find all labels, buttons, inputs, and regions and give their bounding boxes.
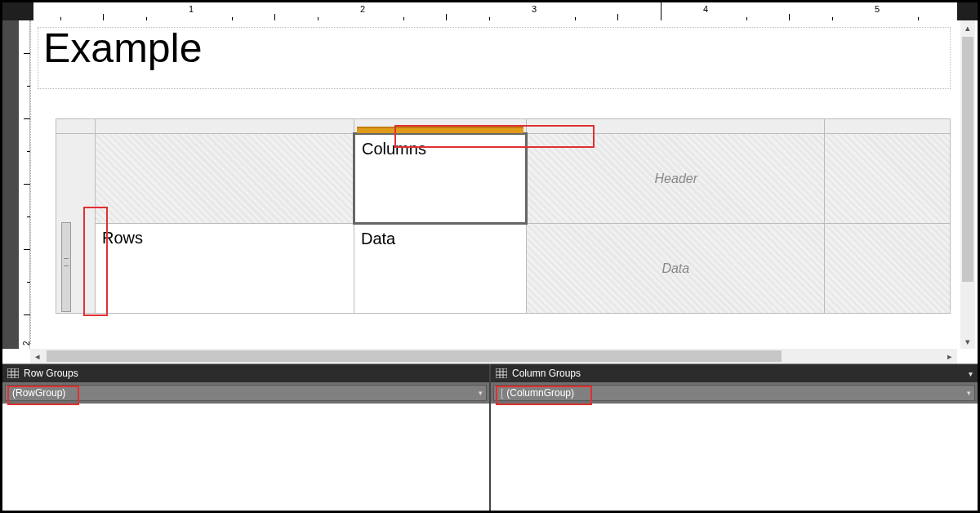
row-group-item[interactable]: (RowGroup) ▾ <box>5 385 487 401</box>
chevron-down-icon[interactable]: ▾ <box>479 389 483 397</box>
left-gutter <box>2 20 19 349</box>
tablix-row-group-cell[interactable]: Rows <box>96 224 354 314</box>
ruler-number: 5 <box>875 4 880 14</box>
ruler-vertical[interactable]: 2 <box>19 20 30 349</box>
grid-icon <box>496 368 507 378</box>
scroll-right-arrow-icon[interactable]: ▸ <box>942 349 957 364</box>
row-groups-body[interactable] <box>2 404 489 511</box>
tablix-col-handle[interactable] <box>825 119 951 134</box>
scroll-up-arrow-icon[interactable]: ▴ <box>960 20 975 35</box>
chevron-down-icon[interactable]: ▾ <box>969 369 973 378</box>
ruler-tick <box>103 14 104 20</box>
columns-label: Columns <box>362 140 426 158</box>
row-group-handle[interactable] <box>61 222 71 312</box>
rows-label: Rows <box>102 229 143 247</box>
report-title-text: Example <box>43 28 950 69</box>
ruler-number: 1 <box>189 4 194 14</box>
app-frame: 1 2 3 4 5 <box>0 0 980 513</box>
tablix-col-handle[interactable] <box>96 119 354 134</box>
column-group-item[interactable]: [ (ColumnGroup) ▾ <box>493 385 975 401</box>
tablix-data-cell[interactable]: Data <box>354 224 526 314</box>
tablix-matrix[interactable]: Columns Header Rows Data Data <box>56 118 951 331</box>
tablix-header-extra[interactable] <box>825 134 951 224</box>
column-groups-header[interactable]: Column Groups ▾ <box>491 364 978 382</box>
column-group-indicator <box>357 127 523 133</box>
column-groups-body[interactable] <box>491 404 978 511</box>
design-canvas[interactable]: Example <box>30 20 957 344</box>
ruler-horizontal[interactable]: 1 2 3 4 5 <box>33 2 957 20</box>
ruler-horizontal-backdrop: 1 2 3 4 5 <box>2 2 978 20</box>
scroll-left-arrow-icon[interactable]: ◂ <box>30 349 45 364</box>
data-label: Data <box>361 230 395 248</box>
column-groups-title: Column Groups <box>512 368 581 379</box>
row-groups-header[interactable]: Row Groups <box>2 364 489 382</box>
column-group-item-row: [ (ColumnGroup) ▾ <box>491 382 978 404</box>
tablix-data-placeholder[interactable]: Data <box>527 224 825 314</box>
ruler-number: 4 <box>703 4 708 14</box>
svg-rect-0 <box>7 368 19 378</box>
ruler-tick <box>789 14 790 20</box>
scroll-down-arrow-icon[interactable]: ▾ <box>960 334 975 349</box>
row-group-name: (RowGroup) <box>12 387 65 399</box>
ruler-tick <box>446 14 447 20</box>
tablix-row-handle-area[interactable] <box>56 134 96 314</box>
horizontal-scroll-thumb[interactable] <box>47 350 782 362</box>
vertical-scroll-thumb[interactable] <box>962 37 973 282</box>
svg-rect-5 <box>496 368 507 378</box>
bracket-icon: [ <box>501 387 503 399</box>
ruler-cursor <box>661 2 662 20</box>
column-groups-panel: Column Groups ▾ [ (ColumnGroup) ▾ <box>491 364 978 511</box>
ruler-tick <box>617 14 618 20</box>
tablix-corner-cell[interactable] <box>96 134 354 224</box>
data-placeholder-text: Data <box>662 261 689 275</box>
horizontal-scrollbar[interactable]: ◂ ▸ <box>30 349 957 364</box>
tablix-header-placeholder[interactable]: Header <box>527 134 825 224</box>
row-groups-panel: Row Groups (RowGroup) ▾ <box>2 364 491 511</box>
tablix-corner-handle[interactable] <box>56 119 96 134</box>
header-placeholder-text: Header <box>655 172 697 185</box>
report-title-textbox[interactable]: Example <box>38 27 951 89</box>
ruler-number: 2 <box>360 4 365 14</box>
row-groups-title: Row Groups <box>24 368 78 379</box>
grouping-pane: Row Groups (RowGroup) ▾ Column Groups ▾ … <box>2 364 978 511</box>
ruler-number: 3 <box>532 4 537 14</box>
column-group-name: (ColumnGroup) <box>506 387 574 399</box>
tablix-column-group-cell[interactable]: Columns <box>354 134 526 224</box>
vertical-scrollbar[interactable]: ▴ ▾ <box>960 20 975 349</box>
chevron-down-icon[interactable]: ▾ <box>967 389 971 397</box>
tablix-data-extra[interactable] <box>825 224 951 314</box>
row-group-item-row: (RowGroup) ▾ <box>2 382 489 404</box>
grid-icon <box>7 368 19 378</box>
tablix-col-handle[interactable] <box>527 119 825 134</box>
ruler-tick <box>274 14 275 20</box>
